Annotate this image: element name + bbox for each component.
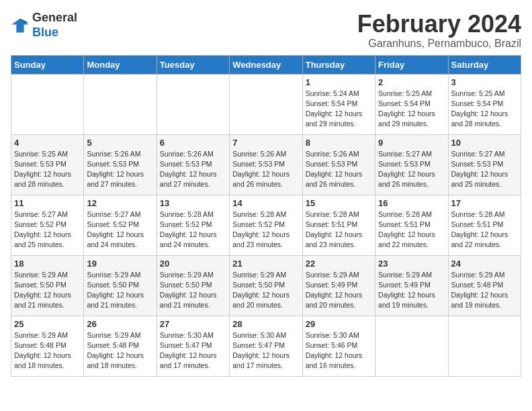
calendar-cell: 22Sunrise: 5:29 AM Sunset: 5:49 PM Dayli… — [302, 255, 375, 316]
day-info: Sunrise: 5:27 AM Sunset: 5:53 PM Dayligh… — [451, 149, 518, 190]
calendar-cell: 25Sunrise: 5:29 AM Sunset: 5:48 PM Dayli… — [11, 316, 84, 376]
day-number: 28 — [232, 319, 299, 329]
day-info: Sunrise: 5:29 AM Sunset: 5:50 PM Dayligh… — [87, 270, 153, 311]
day-info: Sunrise: 5:28 AM Sunset: 5:51 PM Dayligh… — [306, 210, 372, 250]
calendar-cell: 7Sunrise: 5:26 AM Sunset: 5:53 PM Daylig… — [230, 134, 302, 195]
logo-general: General — [32, 11, 77, 26]
calendar-cell — [84, 74, 157, 134]
logo: General Blue — [11, 11, 77, 40]
calendar-cell: 10Sunrise: 5:27 AM Sunset: 5:53 PM Dayli… — [448, 134, 521, 195]
calendar-cell: 23Sunrise: 5:29 AM Sunset: 5:49 PM Dayli… — [375, 255, 448, 316]
calendar-cell: 6Sunrise: 5:26 AM Sunset: 5:53 PM Daylig… — [157, 134, 229, 195]
location-title: Garanhuns, Pernambuco, Brazil — [357, 38, 521, 50]
calendar-cell: 16Sunrise: 5:28 AM Sunset: 5:51 PM Dayli… — [375, 195, 448, 255]
calendar-week-2: 4Sunrise: 5:25 AM Sunset: 5:53 PM Daylig… — [11, 134, 521, 195]
day-number: 18 — [14, 259, 81, 269]
day-info: Sunrise: 5:29 AM Sunset: 5:50 PM Dayligh… — [232, 270, 299, 311]
day-number: 14 — [232, 198, 299, 208]
day-number: 19 — [87, 259, 153, 269]
day-number: 20 — [160, 259, 226, 269]
calendar-cell: 15Sunrise: 5:28 AM Sunset: 5:51 PM Dayli… — [302, 195, 375, 255]
day-info: Sunrise: 5:26 AM Sunset: 5:53 PM Dayligh… — [232, 149, 299, 190]
calendar-week-4: 18Sunrise: 5:29 AM Sunset: 5:50 PM Dayli… — [11, 255, 521, 316]
calendar-cell: 13Sunrise: 5:28 AM Sunset: 5:52 PM Dayli… — [157, 195, 229, 255]
day-info: Sunrise: 5:30 AM Sunset: 5:47 PM Dayligh… — [160, 330, 226, 371]
calendar-cell: 5Sunrise: 5:26 AM Sunset: 5:53 PM Daylig… — [84, 134, 157, 195]
day-number: 6 — [160, 138, 226, 148]
day-number: 21 — [232, 259, 299, 269]
day-header-tuesday: Tuesday — [157, 55, 229, 74]
calendar-cell: 12Sunrise: 5:27 AM Sunset: 5:52 PM Dayli… — [84, 195, 157, 255]
day-header-saturday: Saturday — [448, 55, 521, 74]
svg-marker-0 — [11, 18, 28, 32]
day-info: Sunrise: 5:30 AM Sunset: 5:47 PM Dayligh… — [232, 330, 299, 371]
calendar-cell: 24Sunrise: 5:29 AM Sunset: 5:48 PM Dayli… — [448, 255, 521, 316]
day-number: 11 — [14, 198, 81, 208]
logo-bird-icon — [11, 16, 30, 35]
calendar-cell: 3Sunrise: 5:25 AM Sunset: 5:54 PM Daylig… — [448, 74, 521, 134]
day-number: 17 — [451, 198, 518, 208]
calendar-header: SundayMondayTuesdayWednesdayThursdayFrid… — [11, 55, 521, 74]
day-number: 16 — [378, 198, 445, 208]
calendar-cell — [375, 316, 448, 376]
day-info: Sunrise: 5:28 AM Sunset: 5:51 PM Dayligh… — [378, 210, 445, 250]
calendar-cell: 21Sunrise: 5:29 AM Sunset: 5:50 PM Dayli… — [230, 255, 302, 316]
day-number: 15 — [306, 198, 372, 208]
day-info: Sunrise: 5:25 AM Sunset: 5:54 PM Dayligh… — [378, 89, 445, 130]
calendar-cell: 20Sunrise: 5:29 AM Sunset: 5:50 PM Dayli… — [157, 255, 229, 316]
day-number: 10 — [451, 138, 518, 148]
calendar-cell: 4Sunrise: 5:25 AM Sunset: 5:53 PM Daylig… — [11, 134, 84, 195]
logo-text: General Blue — [32, 11, 77, 40]
title-block: February 2024 Garanhuns, Pernambuco, Bra… — [357, 11, 521, 50]
calendar-week-5: 25Sunrise: 5:29 AM Sunset: 5:48 PM Dayli… — [11, 316, 521, 376]
day-header-wednesday: Wednesday — [230, 55, 302, 74]
calendar-week-3: 11Sunrise: 5:27 AM Sunset: 5:52 PM Dayli… — [11, 195, 521, 255]
calendar-cell: 1Sunrise: 5:24 AM Sunset: 5:54 PM Daylig… — [302, 74, 375, 134]
calendar-cell: 2Sunrise: 5:25 AM Sunset: 5:54 PM Daylig… — [375, 74, 448, 134]
day-number: 1 — [306, 77, 372, 87]
calendar-cell: 28Sunrise: 5:30 AM Sunset: 5:47 PM Dayli… — [230, 316, 302, 376]
day-info: Sunrise: 5:27 AM Sunset: 5:53 PM Dayligh… — [378, 149, 445, 190]
day-number: 12 — [87, 198, 153, 208]
calendar-cell — [157, 74, 229, 134]
calendar-cell: 29Sunrise: 5:30 AM Sunset: 5:46 PM Dayli… — [302, 316, 375, 376]
day-info: Sunrise: 5:27 AM Sunset: 5:52 PM Dayligh… — [14, 210, 81, 250]
month-title: February 2024 — [357, 11, 521, 38]
day-info: Sunrise: 5:26 AM Sunset: 5:53 PM Dayligh… — [306, 149, 372, 190]
calendar-cell: 19Sunrise: 5:29 AM Sunset: 5:50 PM Dayli… — [84, 255, 157, 316]
day-info: Sunrise: 5:29 AM Sunset: 5:50 PM Dayligh… — [14, 270, 81, 311]
day-info: Sunrise: 5:29 AM Sunset: 5:49 PM Dayligh… — [306, 270, 372, 311]
day-info: Sunrise: 5:29 AM Sunset: 5:48 PM Dayligh… — [14, 330, 81, 371]
page-header: General Blue February 2024 Garanhuns, Pe… — [11, 11, 521, 50]
day-info: Sunrise: 5:25 AM Sunset: 5:53 PM Dayligh… — [14, 149, 81, 190]
day-number: 27 — [160, 319, 226, 329]
day-info: Sunrise: 5:29 AM Sunset: 5:48 PM Dayligh… — [87, 330, 153, 371]
day-header-thursday: Thursday — [302, 55, 375, 74]
day-info: Sunrise: 5:29 AM Sunset: 5:49 PM Dayligh… — [378, 270, 445, 311]
day-info: Sunrise: 5:29 AM Sunset: 5:50 PM Dayligh… — [160, 270, 226, 311]
day-header-monday: Monday — [84, 55, 157, 74]
day-number: 9 — [378, 138, 445, 148]
day-number: 24 — [451, 259, 518, 269]
day-info: Sunrise: 5:28 AM Sunset: 5:51 PM Dayligh… — [451, 210, 518, 250]
day-number: 23 — [378, 259, 445, 269]
calendar-cell — [230, 74, 302, 134]
day-number: 2 — [378, 77, 445, 87]
day-info: Sunrise: 5:28 AM Sunset: 5:52 PM Dayligh… — [232, 210, 299, 250]
calendar-table: SundayMondayTuesdayWednesdayThursdayFrid… — [11, 55, 521, 377]
calendar-cell: 17Sunrise: 5:28 AM Sunset: 5:51 PM Dayli… — [448, 195, 521, 255]
day-number: 29 — [306, 319, 372, 329]
day-info: Sunrise: 5:29 AM Sunset: 5:48 PM Dayligh… — [451, 270, 518, 311]
day-info: Sunrise: 5:24 AM Sunset: 5:54 PM Dayligh… — [306, 89, 372, 130]
day-number: 25 — [14, 319, 81, 329]
days-row: SundayMondayTuesdayWednesdayThursdayFrid… — [11, 55, 521, 74]
day-header-sunday: Sunday — [11, 55, 84, 74]
calendar-week-1: 1Sunrise: 5:24 AM Sunset: 5:54 PM Daylig… — [11, 74, 521, 134]
day-number: 3 — [451, 77, 518, 87]
calendar-cell — [448, 316, 521, 376]
day-number: 13 — [160, 198, 226, 208]
logo-blue: Blue — [32, 26, 77, 40]
day-info: Sunrise: 5:28 AM Sunset: 5:52 PM Dayligh… — [160, 210, 226, 250]
day-info: Sunrise: 5:27 AM Sunset: 5:52 PM Dayligh… — [87, 210, 153, 250]
calendar-cell: 11Sunrise: 5:27 AM Sunset: 5:52 PM Dayli… — [11, 195, 84, 255]
